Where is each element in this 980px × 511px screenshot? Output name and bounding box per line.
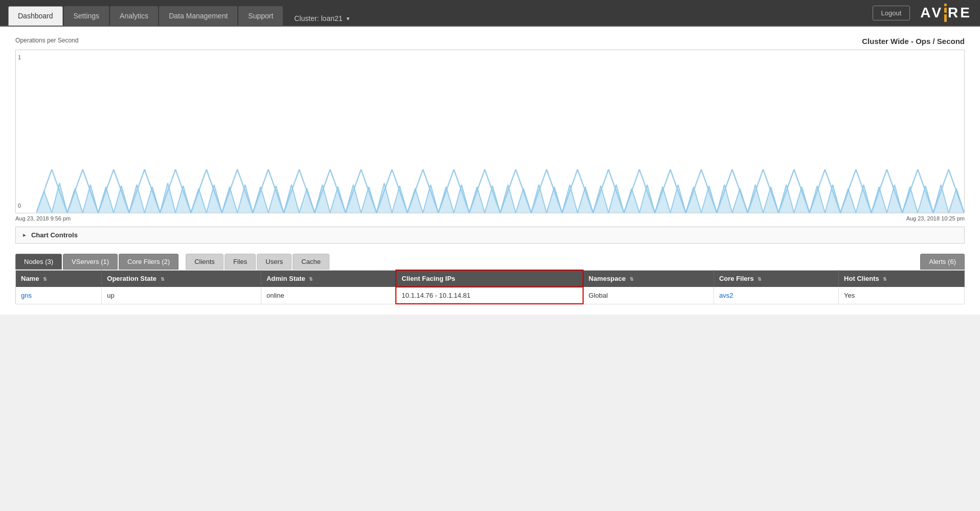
- sort-icon: ⇅: [309, 277, 313, 282]
- col-client-facing-ips: Client Facing IPs: [396, 270, 583, 287]
- cell-operation-state: up: [102, 287, 261, 304]
- col-hot-clients[interactable]: Hot Clients ⇅: [839, 270, 965, 287]
- chart-title: Cluster Wide - Ops / Second: [862, 37, 965, 46]
- data-tab-cache[interactable]: Cache: [293, 254, 329, 270]
- cell-namespace: Global: [583, 287, 714, 304]
- logo-text-av: AV: [920, 5, 943, 21]
- svg-rect-0: [36, 50, 964, 213]
- link-avs2[interactable]: avs2: [719, 292, 733, 299]
- y-min: 0: [18, 203, 34, 209]
- link-gns[interactable]: gns: [21, 292, 32, 299]
- chart-section: Operations per Second Cluster Wide - Ops…: [15, 37, 965, 221]
- chart-timestamps: Aug 23, 2018 9:56 pm Aug 23, 2018 10:25 …: [15, 215, 965, 221]
- timestamp-start: Aug 23, 2018 9:56 pm: [15, 215, 71, 221]
- cell-name[interactable]: gns: [16, 287, 102, 304]
- header: DashboardSettingsAnalyticsData Managemen…: [0, 0, 980, 27]
- chart-label: Operations per Second: [15, 37, 78, 44]
- logout-button[interactable]: Logout: [873, 6, 910, 20]
- main-content: Operations per Second Cluster Wide - Ops…: [0, 27, 980, 315]
- data-tab-users[interactable]: Users: [257, 254, 292, 270]
- cell-admin-state: online: [261, 287, 396, 304]
- chart-area: [36, 50, 964, 213]
- chart-controls-triangle: ►: [22, 232, 27, 238]
- nav-tab-support[interactable]: Support: [238, 6, 283, 26]
- col-admin-state[interactable]: Admin State ⇅: [261, 270, 396, 287]
- sort-icon: ⇅: [630, 277, 634, 282]
- cluster-label: Cluster: loan21: [294, 14, 342, 23]
- data-tab-alerts--6-[interactable]: Alerts (6): [920, 254, 965, 270]
- logo-bars-icon: [944, 4, 947, 22]
- chart-controls-bar[interactable]: ► Chart Controls: [15, 227, 965, 243]
- nav-tab-analytics[interactable]: Analytics: [110, 6, 158, 26]
- col-namespace[interactable]: Namespace ⇅: [583, 270, 714, 287]
- nav-tab-dashboard[interactable]: Dashboard: [8, 6, 63, 26]
- cell-core-filers[interactable]: avs2: [714, 287, 838, 304]
- avere-logo: AV RE: [920, 4, 972, 22]
- chart-svg: [36, 50, 964, 213]
- data-tab-files[interactable]: Files: [225, 254, 256, 270]
- sort-icon: ⇅: [883, 277, 887, 282]
- data-tab-nodes--3-[interactable]: Nodes (3): [15, 254, 62, 270]
- timestamp-end: Aug 23, 2018 10:25 pm: [906, 215, 965, 221]
- col-core-filers[interactable]: Core Filers ⇅: [714, 270, 838, 287]
- vservers-table: Name ⇅Operation State ⇅Admin State ⇅Clie…: [15, 270, 965, 304]
- col-name[interactable]: Name ⇅: [16, 270, 102, 287]
- nav-tabs: DashboardSettingsAnalyticsData Managemen…: [8, 0, 357, 26]
- data-tab-core-filers--2-[interactable]: Core Filers (2): [119, 254, 179, 270]
- data-tab-clients[interactable]: Clients: [186, 254, 224, 270]
- chart-container: 1 0: [15, 50, 965, 213]
- cluster-arrow-icon: ▼: [346, 16, 351, 21]
- logo-text-re: RE: [948, 5, 972, 21]
- table-row: gnsuponline10.1.14.76 - 10.1.14.81Global…: [16, 287, 965, 304]
- nav-tab-data-management[interactable]: Data Management: [159, 6, 237, 26]
- cluster-selector[interactable]: Cluster: loan21▼: [288, 11, 357, 26]
- data-tab-vservers--1-[interactable]: VServers (1): [63, 254, 118, 270]
- header-right: Logout AV RE: [873, 4, 972, 22]
- sort-icon: ⇅: [43, 277, 47, 282]
- sort-icon: ⇅: [758, 277, 762, 282]
- cell-client-facing-ips: 10.1.14.76 - 10.1.14.81: [396, 287, 583, 304]
- data-tabs-row: Nodes (3)VServers (1)Core Filers (2)Clie…: [15, 254, 965, 270]
- y-max: 1: [18, 54, 34, 60]
- cell-hot-clients: Yes: [839, 287, 965, 304]
- col-operation-state[interactable]: Operation State ⇅: [102, 270, 261, 287]
- chart-y-axis: 1 0: [16, 50, 36, 213]
- nav-tab-settings[interactable]: Settings: [64, 6, 109, 26]
- chart-controls-label: Chart Controls: [31, 231, 78, 239]
- sort-icon: ⇅: [161, 277, 165, 282]
